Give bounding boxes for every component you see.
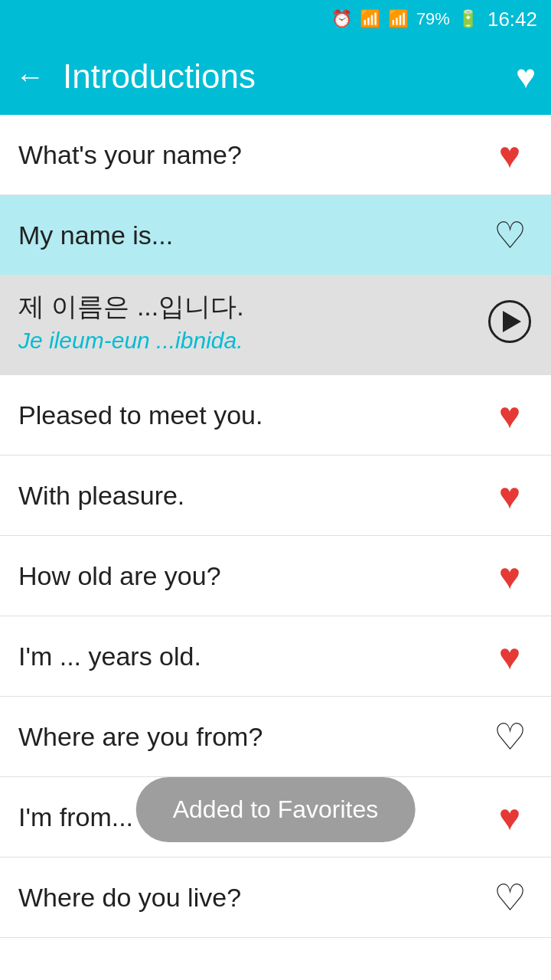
- signal-icon: 📶: [388, 9, 409, 29]
- phrase-text: Where are you from?: [18, 722, 487, 752]
- favorite-button[interactable]: ♥: [487, 392, 533, 438]
- phrase-text: Pleased to meet you.: [18, 400, 487, 430]
- korean-text: 제 이름은 ...입니다.: [18, 289, 244, 325]
- heart-filled-icon: ♥: [499, 555, 521, 597]
- app-bar: ← Introductions ♥: [0, 38, 551, 115]
- play-button[interactable]: [487, 299, 533, 345]
- list-item[interactable]: Pleased to meet you. ♥: [0, 375, 551, 456]
- heart-filled-icon: ♥: [499, 635, 521, 678]
- battery-text: 79%: [416, 9, 450, 29]
- list-item-expanded[interactable]: 제 이름은 ...입니다. Je ileum-eun ...ibnida.: [0, 276, 551, 375]
- status-icons: ⏰ 📶 📶 79% 🔋: [331, 9, 478, 29]
- favorite-button[interactable]: ♥: [487, 132, 533, 178]
- status-time: 16:42: [487, 8, 537, 31]
- back-button[interactable]: ←: [15, 62, 44, 91]
- phrase-text: What's your name?: [18, 140, 487, 170]
- romanized-text: Je ileum-eun ...ibnida.: [18, 328, 244, 354]
- toast-message: Added to Favorites: [136, 777, 416, 842]
- list-item[interactable]: My name is... ♡: [0, 195, 551, 276]
- play-triangle-icon: [503, 311, 521, 332]
- phrase-text: My name is...: [18, 220, 487, 250]
- phrase-text: Where do you live?: [18, 883, 487, 913]
- heart-outline-icon: ♡: [494, 214, 527, 256]
- heart-filled-icon: ♥: [499, 134, 521, 176]
- list-item[interactable]: With pleasure. ♥: [0, 456, 551, 536]
- header-favorite-icon[interactable]: ♥: [516, 57, 536, 96]
- heart-filled-icon: ♥: [499, 394, 521, 436]
- list-item[interactable]: What's your name? ♥: [0, 115, 551, 195]
- heart-filled-icon: ♥: [499, 475, 521, 517]
- phrase-text: With pleasure.: [18, 481, 487, 511]
- favorite-button[interactable]: ♥: [487, 553, 533, 599]
- play-circle-icon: [488, 300, 531, 343]
- phrase-text: How old are you?: [18, 561, 487, 591]
- list-item[interactable]: Where do you live? ♡: [0, 858, 551, 938]
- favorite-button[interactable]: ♥: [487, 794, 533, 840]
- list-item[interactable]: I'm ... years old. ♥: [0, 616, 551, 697]
- phrase-text: I'm ... years old.: [18, 642, 487, 671]
- heart-outline-icon: ♡: [494, 876, 527, 919]
- heart-filled-icon: ♥: [499, 796, 521, 838]
- list-item[interactable]: Where are you from? ♡: [0, 697, 551, 777]
- favorite-button[interactable]: ♡: [487, 714, 533, 760]
- favorite-button[interactable]: ♡: [487, 212, 533, 258]
- alarm-icon: ⏰: [331, 9, 352, 29]
- favorite-button[interactable]: ♡: [487, 874, 533, 920]
- heart-outline-icon: ♡: [494, 715, 527, 758]
- battery-icon: 🔋: [458, 9, 478, 29]
- favorite-button[interactable]: ♥: [487, 633, 533, 679]
- favorite-button[interactable]: ♥: [487, 472, 533, 518]
- korean-phrase-block: 제 이름은 ...입니다. Je ileum-eun ...ibnida.: [18, 289, 244, 354]
- status-bar: ⏰ 📶 📶 79% 🔋 16:42: [0, 0, 551, 38]
- wifi-icon: 📶: [360, 9, 380, 29]
- page-title: Introductions: [63, 57, 497, 96]
- expanded-row: 제 이름은 ...입니다. Je ileum-eun ...ibnida.: [18, 289, 533, 354]
- list-item[interactable]: How old are you? ♥: [0, 536, 551, 616]
